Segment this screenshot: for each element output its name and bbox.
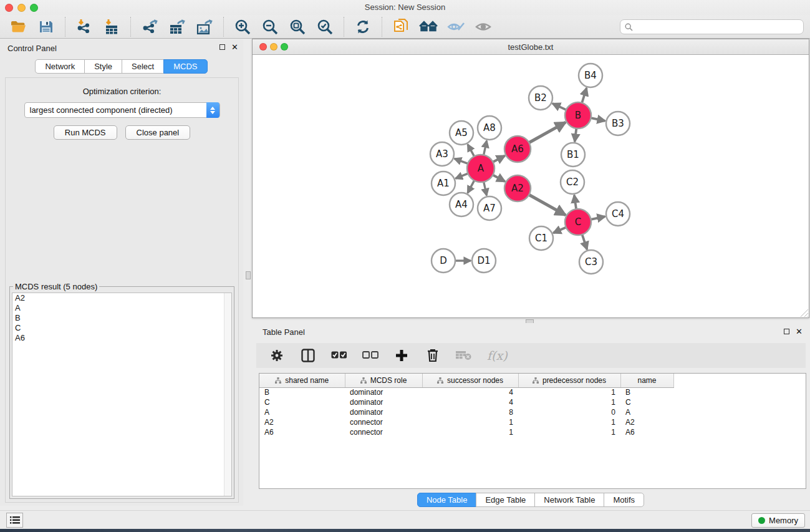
mcds-result-item[interactable]: C: [12, 323, 231, 333]
memory-button[interactable]: Memory: [751, 513, 805, 528]
node-table-header[interactable]: shared nameMCDS rolesuccessor nodesprede…: [259, 374, 806, 387]
table-cell[interactable]: A2: [620, 417, 673, 427]
graph-edge-B-B4[interactable]: [582, 88, 586, 103]
graph-edge-A-A7[interactable]: [484, 181, 487, 195]
hide-selected-button[interactable]: [446, 17, 466, 37]
graph-edge-A2-C[interactable]: [529, 195, 566, 215]
graph-edge-B-B1[interactable]: [575, 128, 577, 142]
graph-edge-A-A5[interactable]: [468, 144, 474, 156]
tab-edge-table[interactable]: Edge Table: [476, 493, 535, 507]
tab-motifs[interactable]: Motifs: [604, 493, 644, 507]
table-cell[interactable]: dominator: [345, 387, 422, 397]
table-cell[interactable]: A6: [259, 427, 345, 437]
mcds-result-item[interactable]: A6: [12, 333, 231, 343]
table-cell[interactable]: C: [620, 397, 673, 407]
columns-icon[interactable]: [300, 347, 316, 364]
new-network-from-selection-button[interactable]: [391, 17, 411, 37]
table-cell[interactable]: A: [620, 407, 673, 417]
table-row[interactable]: A6connector11A6: [259, 427, 806, 437]
function-builder-icon[interactable]: f(x): [487, 349, 508, 362]
table-row[interactable]: A2connector11A2: [259, 417, 806, 427]
table-cell[interactable]: A6: [620, 427, 673, 437]
zoom-selected-button[interactable]: [315, 17, 335, 37]
graph-edge-C-C1[interactable]: [553, 227, 566, 233]
vertical-splitter-grip[interactable]: [246, 271, 251, 279]
tab-mcds[interactable]: MCDS: [163, 59, 207, 74]
first-neighbors-button[interactable]: [418, 17, 438, 37]
tab-select[interactable]: Select: [122, 59, 164, 74]
tab-network-table[interactable]: Network Table: [534, 493, 604, 507]
graph-edge-A-A6[interactable]: [493, 156, 504, 162]
tab-style[interactable]: Style: [84, 59, 122, 74]
import-table-button[interactable]: [102, 17, 122, 37]
table-cell[interactable]: B: [620, 387, 673, 397]
add-column-icon[interactable]: [393, 347, 410, 364]
graph-edge-B-B3[interactable]: [591, 118, 605, 121]
zoom-in-button[interactable]: [233, 17, 253, 37]
table-cell[interactable]: A: [259, 407, 345, 417]
import-network-button[interactable]: [74, 17, 94, 37]
column-header-name[interactable]: name: [620, 374, 673, 387]
zoom-out-button[interactable]: [260, 17, 280, 37]
table-cell[interactable]: 1: [518, 397, 620, 407]
optimization-criterion-select[interactable]: largest connected component (directed): [24, 102, 220, 118]
table-cell[interactable]: B: [259, 387, 345, 397]
graph-edge-C-C2[interactable]: [574, 195, 576, 209]
mcds-list-scrollbar[interactable]: [224, 293, 231, 496]
node-table[interactable]: shared nameMCDS rolesuccessor nodesprede…: [259, 373, 806, 489]
search-field[interactable]: [620, 19, 804, 34]
export-image-button[interactable]: [195, 17, 215, 37]
search-input[interactable]: [636, 22, 803, 32]
table-cell[interactable]: dominator: [345, 407, 422, 417]
close-panel-button[interactable]: Close panel: [125, 125, 191, 140]
mcds-result-item[interactable]: B: [12, 313, 231, 323]
table-cell[interactable]: 1: [518, 387, 620, 397]
column-header-MCDS-role[interactable]: MCDS role: [345, 374, 422, 387]
graph-edge-B-B2[interactable]: [552, 104, 566, 110]
graph-edge-C-C4[interactable]: [591, 216, 605, 220]
table-cell[interactable]: connector: [345, 417, 422, 427]
graph-edge-A-A4[interactable]: [468, 180, 475, 193]
mcds-result-item[interactable]: A: [12, 303, 231, 313]
apply-layout-button[interactable]: [353, 17, 373, 37]
table-row[interactable]: Bdominator41B: [259, 387, 806, 397]
table-cell[interactable]: C: [259, 397, 345, 407]
graph-edge-C-C3[interactable]: [582, 235, 587, 249]
table-row[interactable]: Adominator80A: [259, 407, 806, 417]
network-window-titlebar[interactable]: testGlobe.txt: [253, 39, 809, 55]
float-panel-icon[interactable]: [219, 44, 225, 50]
close-panel-icon[interactable]: ✕: [231, 44, 238, 51]
float-table-panel-icon[interactable]: [784, 329, 789, 334]
select-all-icon[interactable]: [331, 347, 347, 364]
export-network-button[interactable]: [140, 17, 160, 37]
table-cell[interactable]: 4: [422, 397, 518, 407]
gear-icon[interactable]: [269, 347, 285, 364]
delete-icon[interactable]: [425, 347, 441, 364]
delete-table-icon[interactable]: [456, 347, 472, 364]
table-row[interactable]: Cdominator41C: [259, 397, 806, 407]
mcds-result-list[interactable]: A2ABCA6: [12, 293, 232, 496]
table-cell[interactable]: connector: [345, 427, 422, 437]
table-cell[interactable]: 1: [518, 427, 620, 437]
table-cell[interactable]: 8: [422, 407, 518, 417]
tab-node-table[interactable]: Node Table: [417, 493, 477, 507]
network-canvas[interactable]: AA1A2A3A4A5A6A7A8BB1B2B3B4CC1C2C3C4DD1: [253, 55, 809, 317]
graph-edge-A-A8[interactable]: [484, 141, 487, 155]
table-cell[interactable]: 1: [518, 417, 620, 427]
show-all-button[interactable]: [473, 17, 493, 37]
table-cell[interactable]: 0: [518, 407, 620, 417]
graph-edge-A-A2[interactable]: [493, 175, 504, 181]
graph-edge-A6-B[interactable]: [529, 122, 566, 143]
close-table-panel-icon[interactable]: ✕: [796, 328, 803, 335]
run-mcds-button[interactable]: Run MCDS: [54, 125, 117, 140]
open-file-button[interactable]: [9, 17, 29, 37]
table-cell[interactable]: dominator: [345, 397, 422, 407]
export-table-button[interactable]: [167, 17, 187, 37]
table-cell[interactable]: 1: [422, 417, 518, 427]
column-header-successor-nodes[interactable]: successor nodes: [422, 374, 518, 387]
tab-network[interactable]: Network: [35, 59, 85, 74]
graph-edge-A-A3[interactable]: [455, 158, 468, 163]
mcds-result-item[interactable]: A2: [12, 293, 231, 303]
column-header-predecessor-nodes[interactable]: predecessor nodes: [518, 374, 620, 387]
deselect-all-icon[interactable]: [362, 347, 378, 364]
